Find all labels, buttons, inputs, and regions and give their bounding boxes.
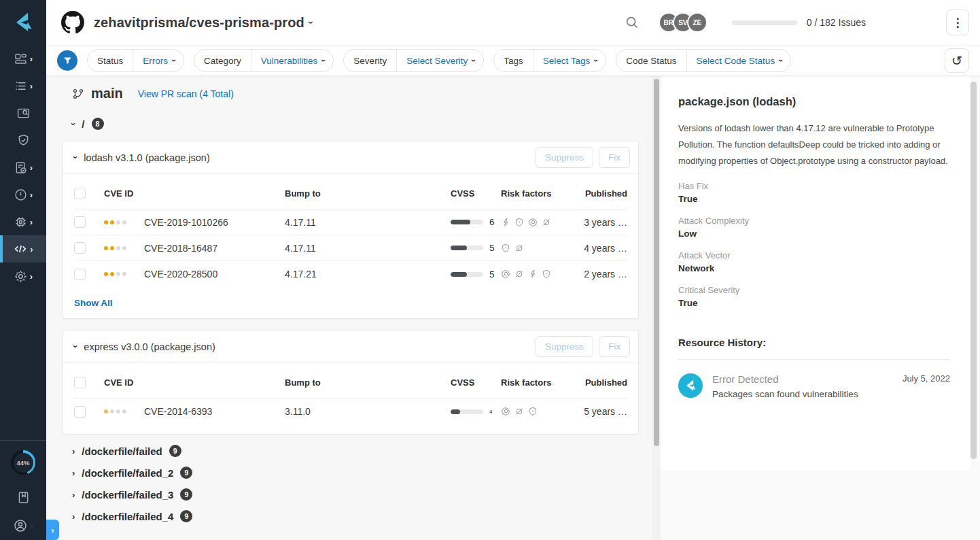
folder-row[interactable]: › /dockerfile/failed_2 9 [72, 462, 661, 484]
search-icon[interactable] [625, 15, 640, 30]
package-card-express: › express v3.0.0 (package.json) Suppress… [63, 330, 639, 435]
filter-label: Severity [344, 56, 396, 66]
filter-code-status-dropdown[interactable]: Select Code Status› [687, 56, 791, 66]
chevron-right-icon[interactable]: › [72, 511, 75, 522]
chevron-right-icon: › [30, 272, 33, 281]
sidebar-item-resources[interactable]: › [0, 72, 46, 99]
folder-row[interactable]: › /dockerfile/failed_4 9 [72, 505, 661, 527]
sidebar-item-compliance[interactable] [0, 126, 46, 154]
fix-button[interactable]: Fix [599, 147, 630, 168]
column-header-published: Published [576, 377, 627, 388]
filter-tags: Tags Select Tags› [493, 49, 606, 72]
shield-check-icon [16, 133, 31, 148]
filter-severity-dropdown[interactable]: Select Severity› [397, 56, 483, 66]
sidebar-item-code-security[interactable]: › [0, 235, 46, 263]
brand-logo[interactable] [0, 0, 46, 45]
vulnerability-description: Versions of lodash lower than 4.17.12 ar… [678, 120, 950, 169]
chip-icon [14, 215, 28, 229]
user-avatars: BR SV ZE [659, 12, 707, 33]
cve-id-link[interactable]: CVE-2019-1010266 [144, 217, 228, 228]
sidebar-item-incidents[interactable]: › [0, 181, 46, 208]
sidebar-item-projects[interactable]: › [0, 45, 46, 72]
chevron-down-icon[interactable]: › [69, 122, 79, 125]
row-checkbox[interactable] [74, 216, 86, 228]
chevron-down-icon: › [169, 59, 179, 62]
reset-filters-button[interactable]: ↺ [945, 48, 969, 73]
suppress-button[interactable]: Suppress [536, 147, 593, 168]
chevron-down-icon[interactable]: › [71, 156, 81, 158]
column-header-cvss: CVSS [451, 377, 501, 388]
bump-to-value: 3.11.0 [285, 406, 451, 417]
list-icon [14, 79, 28, 93]
repo-dropdown-chevron-icon[interactable]: › [306, 21, 317, 24]
filter-tags-dropdown[interactable]: Select Tags› [533, 56, 606, 66]
cvss-score: 6 [451, 217, 501, 227]
chevron-right-icon[interactable]: › [72, 490, 75, 500]
history-description: Packages scan found vulnerabilities [712, 389, 858, 399]
select-all-checkbox[interactable] [74, 377, 86, 388]
chevron-down-icon[interactable]: › [71, 345, 81, 348]
scrollbar-thumb[interactable] [970, 82, 977, 459]
expand-panel-handle[interactable]: › [46, 520, 59, 540]
sidebar-item-policies[interactable]: › [0, 154, 46, 181]
sidebar-item-settings[interactable]: › [0, 263, 46, 290]
cve-id-link[interactable]: CVE-2014-6393 [144, 406, 212, 417]
view-pr-scan-link[interactable]: View PR scan (4 Total) [138, 88, 234, 99]
risk-factor-icons [501, 407, 576, 416]
issue-count-badge: 9 [180, 467, 192, 479]
package-card-lodash: › lodash v3.1.0 (package.json) Suppress … [63, 141, 639, 319]
issue-count-badge: 9 [180, 488, 192, 501]
row-checkbox[interactable] [74, 406, 86, 418]
sidebar-item-account[interactable]: › [0, 511, 46, 540]
severity-dots [104, 220, 126, 224]
folder-path: /dockerfile/failed_4 [82, 511, 173, 522]
filter-status-dropdown[interactable]: Errors› [133, 56, 183, 66]
row-checkbox[interactable] [74, 242, 86, 254]
published-value: 5 years … [576, 406, 627, 417]
issue-count-badge: 9 [169, 445, 181, 457]
cve-id-link[interactable]: CVE-2020-28500 [144, 269, 217, 280]
scrollbar-thumb[interactable] [654, 79, 659, 446]
severity-dots [104, 409, 126, 414]
folder-row[interactable]: › /dockerfile/failed_3 9 [72, 484, 661, 505]
select-all-checkbox[interactable] [74, 188, 86, 199]
chevron-right-icon[interactable]: › [72, 446, 75, 456]
gear-icon [14, 269, 28, 284]
chevron-right-icon: › [30, 520, 33, 532]
code-icon [13, 241, 28, 256]
details-title: package.json (lodash) [678, 95, 950, 108]
branch-name: main [91, 86, 123, 101]
filter-funnel-icon[interactable] [57, 50, 77, 71]
field-value: Low [678, 229, 950, 239]
cve-id-link[interactable]: CVE-2018-16487 [144, 243, 217, 254]
severity-dots [104, 246, 126, 250]
details-scrollbar[interactable] [970, 80, 977, 537]
filter-category-dropdown[interactable]: Vulnerabilities› [251, 56, 334, 66]
slash-icon [542, 218, 551, 227]
row-checkbox[interactable] [74, 269, 86, 280]
alert-circle-icon [14, 188, 28, 202]
cvss-score: 5 [451, 243, 501, 253]
fix-button[interactable]: Fix [599, 336, 630, 357]
vulnerability-details-panel: package.json (lodash) Versions of lodash… [661, 76, 970, 471]
suppress-button[interactable]: Suppress [536, 336, 593, 357]
sidebar-item-hardware[interactable]: › [0, 208, 46, 235]
repo-title[interactable]: zehavitprisma/cves-prisma-prod [94, 15, 304, 31]
more-options-button[interactable]: ⋮ [946, 10, 969, 35]
show-all-link[interactable]: Show All [74, 298, 113, 308]
tree-root-row[interactable]: › / 8 [72, 118, 661, 130]
severity-dots [104, 272, 126, 276]
main-scrollbar[interactable] [652, 76, 661, 540]
sidebar-item-scans[interactable] [0, 99, 46, 126]
chevron-right-icon[interactable]: › [72, 468, 75, 478]
column-header-risk-factors: Risk factors [501, 188, 576, 199]
avatar[interactable]: ZE [687, 12, 707, 33]
sidebar-item-docs[interactable] [0, 483, 46, 511]
doc-check-icon [14, 161, 28, 175]
field-value: Network [678, 263, 950, 273]
risk-factor-icons [501, 269, 576, 279]
filter-label: Status [88, 56, 133, 66]
filter-category: Category Vulnerabilities› [194, 49, 334, 72]
folder-row[interactable]: › /dockerfile/failed 9 [72, 440, 661, 462]
reset-icon: ↺ [951, 53, 962, 69]
